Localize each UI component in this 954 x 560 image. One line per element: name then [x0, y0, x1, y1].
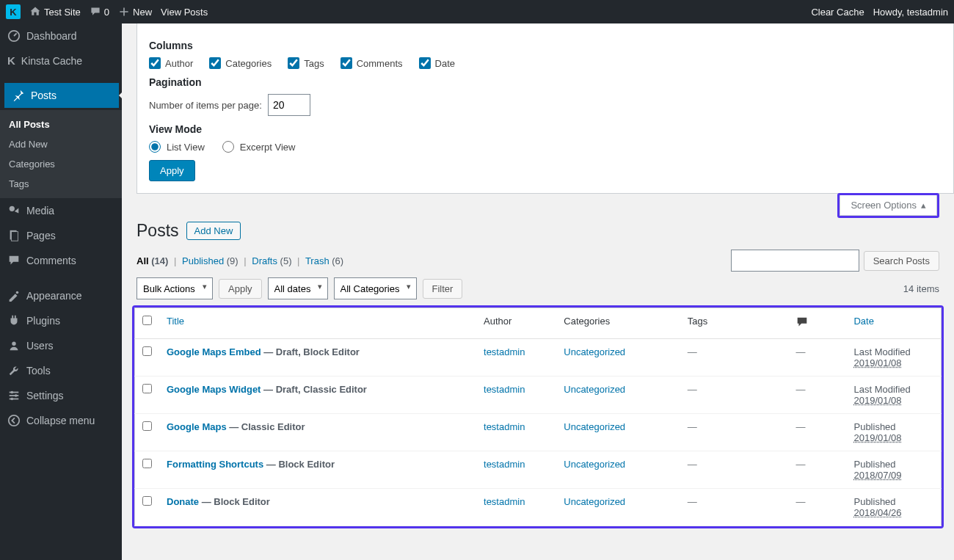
sidebar-sub-tags[interactable]: Tags [0, 174, 122, 194]
post-state: — Block Editor [199, 496, 270, 507]
dates-select[interactable]: All dates [268, 277, 328, 299]
col-header-comments[interactable] [788, 308, 846, 339]
post-title-link[interactable]: Google Maps Embed [167, 346, 261, 357]
sidebar-item-dashboard[interactable]: Dashboard [0, 23, 122, 48]
sidebar-item-label: Users [26, 340, 54, 352]
view-mode-excerpt[interactable]: Excerpt View [222, 141, 296, 153]
sidebar-sub-categories[interactable]: Categories [0, 154, 122, 174]
screen-options-apply-button[interactable]: Apply [149, 160, 195, 181]
bulk-apply-button[interactable]: Apply [219, 279, 262, 299]
kinsta-logo-icon[interactable]: K [6, 4, 21, 19]
sidebar-item-tools[interactable]: Tools [0, 358, 122, 383]
checkbox-comments[interactable] [341, 57, 352, 69]
column-toggle-categories[interactable]: Categories [209, 57, 272, 69]
screen-options-tab[interactable]: Screen Options ▴ [840, 195, 937, 216]
sidebar-item-label: Plugins [26, 315, 60, 327]
radio-excerpt-view[interactable] [222, 141, 234, 153]
sidebar-item-appearance[interactable]: Appearance [0, 283, 122, 308]
view-posts-link[interactable]: View Posts [161, 7, 208, 18]
category-link[interactable]: Uncategorized [564, 459, 625, 470]
add-new-button[interactable]: Add New [186, 222, 241, 240]
sidebar-item-comments[interactable]: Comments [0, 248, 122, 273]
comments-link[interactable]: 0 [90, 6, 109, 18]
category-link[interactable]: Uncategorized [564, 421, 625, 432]
search-posts-button[interactable]: Search Posts [864, 251, 939, 271]
row-checkbox[interactable] [142, 346, 152, 356]
sidebar-sub-all-posts[interactable]: All Posts [0, 114, 122, 134]
plus-icon [118, 6, 130, 18]
clear-cache-link[interactable]: Clear Cache [811, 7, 864, 18]
checkbox-tags[interactable] [288, 57, 299, 69]
comments-value: — [795, 346, 805, 357]
per-page-input[interactable] [268, 94, 310, 116]
site-link[interactable]: Test Site [29, 6, 81, 18]
col-header-categories: Categories [556, 308, 680, 339]
sidebar-item-media[interactable]: Media [0, 198, 122, 223]
search-input[interactable] [731, 250, 859, 272]
sidebar-item-users[interactable]: Users [0, 333, 122, 358]
row-checkbox[interactable] [142, 459, 152, 468]
new-label: New [133, 7, 152, 18]
select-all-checkbox[interactable] [142, 316, 152, 325]
column-toggle-author[interactable]: Author [149, 57, 193, 69]
collapse-icon [7, 414, 21, 427]
author-link[interactable]: testadmin [484, 421, 525, 432]
column-toggle-tags[interactable]: Tags [288, 57, 324, 69]
sidebar-item-pages[interactable]: Pages [0, 223, 122, 248]
author-link[interactable]: testadmin [484, 496, 525, 507]
table-row: Google Maps Widget — Draft, Classic Edit… [135, 377, 942, 414]
col-header-date[interactable]: Date [846, 308, 941, 339]
author-link[interactable]: testadmin [484, 384, 525, 395]
plugins-icon [7, 314, 21, 327]
categories-select[interactable]: All Categories [334, 277, 417, 299]
col-header-author: Author [476, 308, 556, 339]
radio-list-view[interactable] [149, 141, 161, 153]
column-toggle-comments[interactable]: Comments [341, 57, 403, 69]
admin-bar: K Test Site 0 New View Posts Clear Cache… [0, 0, 954, 23]
new-link[interactable]: New [118, 6, 152, 18]
tags-value: — [688, 346, 697, 357]
author-link[interactable]: testadmin [484, 459, 525, 470]
sidebar-item-posts[interactable]: Posts [4, 83, 119, 108]
filter-button[interactable]: Filter [423, 279, 463, 299]
sidebar-sub-add-new[interactable]: Add New [0, 134, 122, 154]
row-checkbox[interactable] [142, 421, 152, 431]
post-title-link[interactable]: Donate [167, 496, 199, 507]
howdy-link[interactable]: Howdy, testadmin [873, 7, 948, 18]
bulk-actions-select[interactable]: Bulk Actions [136, 277, 213, 299]
author-link[interactable]: testadmin [484, 346, 525, 357]
category-link[interactable]: Uncategorized [564, 384, 625, 395]
filter-drafts[interactable]: Drafts (5) [252, 255, 291, 266]
table-row: Donate — Block EditortestadminUncategori… [135, 489, 942, 526]
sidebar-submenu-posts: All Posts Add New Categories Tags [0, 110, 122, 198]
filter-published[interactable]: Published (9) [182, 255, 238, 266]
checkbox-author[interactable] [149, 57, 161, 69]
pages-icon [7, 229, 21, 242]
row-checkbox[interactable] [142, 496, 152, 506]
sidebar-item-settings[interactable]: Settings [0, 383, 122, 408]
sidebar-item-kinsta-cache[interactable]: K Kinsta Cache [0, 48, 122, 73]
svg-point-9 [11, 391, 14, 394]
category-link[interactable]: Uncategorized [564, 346, 625, 357]
svg-point-4 [16, 291, 19, 294]
col-header-title[interactable]: Title [159, 308, 476, 339]
post-title-link[interactable]: Formatting Shortcuts [167, 459, 263, 470]
column-toggle-date[interactable]: Date [419, 57, 455, 69]
filter-all[interactable]: All (14) [136, 255, 168, 266]
view-mode-heading: View Mode [149, 123, 942, 135]
view-mode-list[interactable]: List View [149, 141, 205, 153]
users-icon [7, 339, 21, 352]
category-link[interactable]: Uncategorized [564, 496, 625, 507]
sidebar-item-label: Settings [26, 390, 64, 401]
checkbox-date[interactable] [419, 57, 431, 69]
post-title-link[interactable]: Google Maps Widget [167, 384, 261, 395]
row-checkbox[interactable] [142, 384, 152, 393]
post-title-link[interactable]: Google Maps [167, 421, 227, 432]
chevron-up-icon: ▴ [921, 200, 926, 211]
tags-value: — [688, 496, 697, 507]
date-cell: Published2018/07/09 [846, 451, 941, 489]
sidebar-collapse[interactable]: Collapse menu [0, 408, 122, 433]
sidebar-item-plugins[interactable]: Plugins [0, 308, 122, 333]
filter-trash[interactable]: Trash (6) [305, 255, 343, 266]
checkbox-categories[interactable] [209, 57, 221, 69]
